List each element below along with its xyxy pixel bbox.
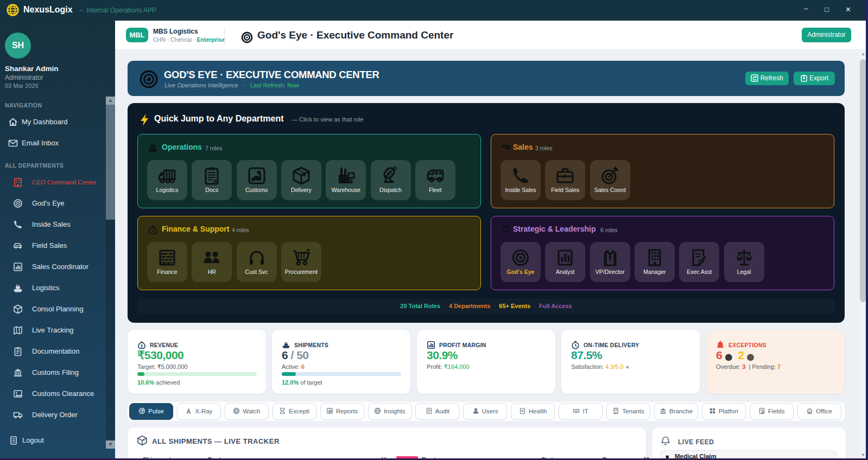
svg-text:$: $ — [151, 228, 154, 233]
svg-text:$: $ — [141, 344, 143, 348]
